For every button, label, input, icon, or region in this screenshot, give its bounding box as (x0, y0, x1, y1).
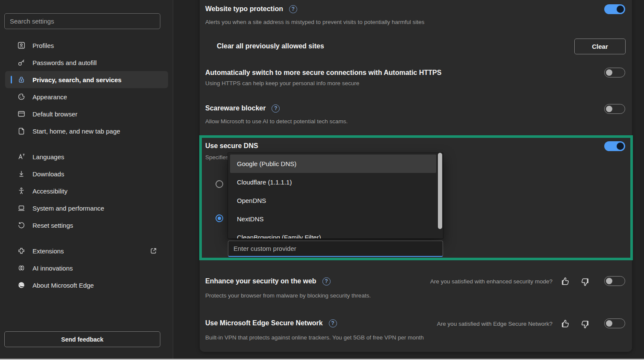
sidebar-item-system-performance[interactable]: System and performance (5, 199, 168, 217)
sidebar-nav: Profiles Passwords and autofill Privacy,… (0, 37, 173, 294)
dropdown-option-nextdns[interactable]: NextDNS (228, 210, 443, 228)
sidebar-item-reset-settings[interactable]: Reset settings (5, 217, 168, 234)
reset-icon (17, 221, 26, 229)
sidebar-item-label: About Microsoft Edge (32, 282, 94, 289)
sidebar-item-ai-innovations[interactable]: AI innovations (5, 259, 168, 277)
dropdown-option-opendns[interactable]: OpenDNS (228, 191, 443, 210)
scareware-title: Scareware blocker (205, 104, 266, 113)
toggle-knob (617, 6, 624, 13)
download-icon (17, 170, 26, 178)
send-feedback-button[interactable]: Send feedback (4, 331, 160, 347)
sidebar-item-label: System and performance (32, 205, 104, 212)
scareware-toggle[interactable] (604, 104, 625, 114)
sidebar-item-accessibility[interactable]: Accessibility (5, 182, 168, 199)
sidebar-item-label: Appearance (32, 93, 67, 101)
enhance-security-title: Enhance your security on the web (205, 277, 316, 286)
nav-group-gap (0, 140, 173, 148)
profiles-icon (17, 41, 26, 50)
dns-default-provider-radio[interactable] (216, 180, 223, 188)
auto-https-title: Automatically switch to more secure conn… (205, 68, 441, 77)
copilot-icon (17, 264, 26, 272)
selected-indicator (11, 76, 12, 83)
toggle-knob (617, 143, 624, 150)
sidebar-item-label: Downloads (32, 170, 64, 178)
sidebar-item-extensions[interactable]: Extensions (5, 242, 168, 259)
secure-network-description: Built-in VPN that protects against onlin… (205, 334, 424, 341)
dropdown-option-cleanbrowsing[interactable]: CleanBrowsing (Family Filter) (228, 228, 443, 238)
languages-icon (17, 152, 26, 161)
enhance-security-description: Protects your browser from malware by bl… (205, 292, 371, 299)
thumbs-down-icon[interactable] (580, 319, 590, 330)
clear-button[interactable]: Clear (574, 39, 626, 54)
help-icon[interactable]: ? (322, 277, 331, 286)
dropdown-option-cloudflare[interactable]: Cloudflare (1.1.1.1) (228, 173, 443, 191)
sidebar-item-privacy[interactable]: Privacy, search, and services (5, 71, 168, 88)
sidebar-item-label: Extensions (32, 247, 64, 255)
website-typo-toggle[interactable] (604, 4, 625, 14)
auto-https-title-row: Automatically switch to more secure conn… (205, 68, 441, 77)
secure-network-question: Are you satisfied with Edge Secure Netwo… (437, 321, 552, 327)
accessibility-icon (17, 187, 26, 195)
help-icon[interactable]: ? (329, 319, 337, 327)
sidebar-item-passwords[interactable]: Passwords and autofill (5, 54, 168, 71)
toggle-knob (606, 69, 612, 76)
dns-custom-provider-radio[interactable] (216, 214, 223, 222)
puzzle-icon (17, 247, 26, 255)
nav-group-gap (0, 234, 173, 242)
dns-provider-dropdown: Google (Public DNS) Cloudflare (1.1.1.1)… (228, 153, 443, 238)
search-input[interactable] (4, 13, 160, 29)
thumbs-up-icon[interactable] (560, 276, 570, 286)
website-typo-title-row: Website typo protection ? (205, 4, 297, 14)
sidebar-item-label: Reset settings (32, 222, 73, 229)
sidebar-item-start-home[interactable]: Start, home, and new tab page (5, 122, 168, 140)
toggle-knob (606, 320, 612, 327)
browser-window-icon (17, 110, 26, 118)
sidebar-item-downloads[interactable]: Downloads (5, 165, 168, 182)
dropdown-scrollbar[interactable] (438, 153, 442, 229)
lock-icon (17, 75, 26, 84)
dropdown-option-google[interactable]: Google (Public DNS) (230, 155, 436, 173)
sidebar-item-label: Languages (32, 153, 64, 161)
sidebar-item-label: Passwords and autofill (32, 59, 97, 66)
secure-network-title-row: Use Microsoft Edge Secure Network ? (205, 318, 337, 328)
key-icon (17, 58, 26, 67)
website-typo-title: Website typo protection (205, 4, 283, 14)
website-typo-description: Alerts you when a site address is mistyp… (205, 19, 424, 25)
sidebar-item-label: Privacy, search, and services (32, 76, 121, 83)
sidebar-item-about[interactable]: About Microsoft Edge (5, 277, 168, 294)
thumbs-up-icon[interactable] (560, 318, 570, 329)
thumbs-down-icon[interactable] (580, 277, 590, 287)
sidebar-item-default-browser[interactable]: Default browser (5, 105, 168, 122)
sidebar-item-label: AI innovations (32, 265, 73, 272)
secure-network-title: Use Microsoft Edge Secure Network (205, 318, 323, 328)
edge-logo-icon (17, 281, 26, 289)
secure-dns-title: Use secure DNS (205, 141, 258, 151)
scareware-title-row: Scareware blocker ? (205, 104, 280, 113)
secure-dns-toggle[interactable] (604, 141, 625, 151)
help-icon[interactable]: ? (289, 5, 297, 13)
toggle-knob (606, 106, 612, 112)
auto-https-description: Using HTTPS can help keep your personal … (205, 80, 359, 86)
laptop-icon (17, 204, 26, 212)
toggle-knob (606, 278, 612, 284)
sidebar-item-languages[interactable]: Languages (5, 148, 168, 165)
palette-icon (17, 92, 26, 101)
sidebar-item-label: Profiles (32, 42, 54, 49)
sidebar-item-label: Start, home, and new tab page (32, 128, 120, 135)
custom-provider-input[interactable] (228, 241, 443, 257)
new-tab-page-icon (17, 127, 26, 135)
auto-https-toggle[interactable] (604, 68, 625, 77)
scareware-description: Allow Microsoft to use AI to detect pote… (205, 118, 348, 125)
sidebar-item-profiles[interactable]: Profiles (5, 37, 168, 54)
clear-sites-label: Clear all previously allowed sites (217, 42, 324, 50)
help-icon[interactable]: ? (272, 104, 280, 113)
external-link-icon (149, 247, 158, 255)
secure-dns-title-row: Use secure DNS (205, 141, 258, 151)
enhance-security-title-row: Enhance your security on the web ? (205, 277, 331, 286)
sidebar-item-label: Accessibility (32, 187, 68, 195)
enhance-security-toggle[interactable] (604, 276, 625, 286)
secure-dns-description-partial: Specifies (205, 154, 229, 161)
secure-network-toggle[interactable] (604, 318, 625, 328)
sidebar-item-appearance[interactable]: Appearance (5, 88, 168, 105)
enhance-security-question: Are you satisfied with enhanced security… (430, 278, 552, 285)
